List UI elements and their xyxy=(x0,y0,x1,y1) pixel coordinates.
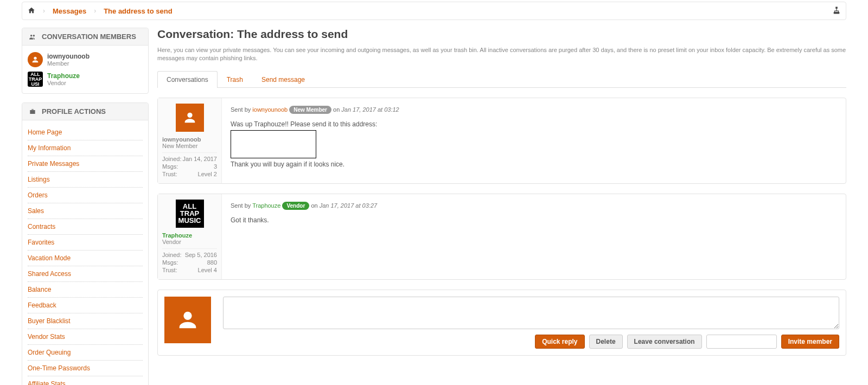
message-avatar xyxy=(176,104,204,132)
svg-rect-3 xyxy=(838,12,839,13)
tab-trash[interactable]: Trash xyxy=(218,71,252,88)
page-description: Here, you can view your private messages… xyxy=(157,46,846,63)
stat-msgs: 880 xyxy=(207,259,217,266)
member-row[interactable]: iownyounoobMember xyxy=(28,50,143,69)
profile-actions-title: PROFILE ACTIONS xyxy=(42,107,106,116)
redacted-block xyxy=(231,130,316,158)
profile-action-link[interactable]: Affiliate Stats xyxy=(28,376,143,385)
conversation-members-panel: CONVERSATION MEMBERS iownyounoobMemberAL… xyxy=(22,28,149,94)
tab-send[interactable]: Send message xyxy=(252,71,314,88)
profile-action-link[interactable]: Vendor Stats xyxy=(28,329,143,345)
profile-action-link[interactable]: Orders xyxy=(28,188,143,203)
sitemap-icon[interactable] xyxy=(833,7,840,16)
message-user-role: New Member xyxy=(162,143,217,153)
briefcase-icon xyxy=(28,108,37,116)
message-avatar: ALLTRAPMUSIC xyxy=(176,200,204,228)
message-user-role: Vendor xyxy=(162,239,217,249)
profile-action-link[interactable]: Shared Access xyxy=(28,266,143,282)
svg-rect-0 xyxy=(836,7,837,8)
message-sender[interactable]: Traphouze xyxy=(252,202,280,209)
profile-action-link[interactable]: Feedback xyxy=(28,298,143,313)
member-role: Member xyxy=(47,60,90,67)
sender-badge: Vendor xyxy=(282,202,309,210)
stat-trust: Level 4 xyxy=(198,267,217,273)
delete-button[interactable]: Delete xyxy=(589,335,623,349)
invite-button[interactable]: Invite member xyxy=(781,335,839,349)
users-icon xyxy=(28,33,37,41)
profile-action-link[interactable]: Contracts xyxy=(28,219,143,235)
breadcrumb-messages[interactable]: Messages xyxy=(53,7,86,15)
tab-conversations[interactable]: Conversations xyxy=(157,71,218,88)
profile-action-link[interactable]: Buyer Blacklist xyxy=(28,313,143,329)
stat-msgs: 3 xyxy=(214,163,217,170)
message-text: Was up Traphouze!! Please send it to thi… xyxy=(231,119,837,169)
reply-panel: Quick reply Delete Leave conversation In… xyxy=(157,290,846,356)
page-title: Conversation: The address to send xyxy=(157,28,846,41)
member-row[interactable]: ALLTRAPUSITraphouzeVendor xyxy=(28,69,143,89)
message-sender[interactable]: iownyounoob xyxy=(252,106,288,113)
avatar xyxy=(28,52,43,67)
profile-action-link[interactable]: Vacation Mode xyxy=(28,251,143,266)
message-meta: Sent by iownyounoob New Member on Jan 17… xyxy=(231,106,837,114)
chevron-right-icon: › xyxy=(43,7,45,15)
member-role: Vendor xyxy=(47,80,80,86)
profile-action-link[interactable]: Favorites xyxy=(28,235,143,251)
reply-avatar xyxy=(164,297,211,343)
stat-joined: Jan 14, 2017 xyxy=(182,156,217,162)
breadcrumb: › Messages › The address to send xyxy=(22,2,846,20)
message-card: ALLTRAPMUSICTraphouzeVendorJoined:Sep 5,… xyxy=(157,194,846,280)
reply-textarea[interactable] xyxy=(223,297,839,329)
leave-button[interactable]: Leave conversation xyxy=(627,335,702,349)
profile-action-link[interactable]: My Information xyxy=(28,140,143,156)
profile-action-link[interactable]: One-Time Passwords xyxy=(28,361,143,376)
profile-action-link[interactable]: Order Queuing xyxy=(28,345,143,361)
message-date: Jan 17, 2017 at 03:12 xyxy=(341,106,399,113)
invite-input[interactable] xyxy=(706,335,777,349)
profile-action-link[interactable]: Private Messages xyxy=(28,156,143,172)
profile-action-link[interactable]: Listings xyxy=(28,172,143,188)
quick-reply-button[interactable]: Quick reply xyxy=(535,335,584,349)
chevron-right-icon: › xyxy=(94,7,96,15)
message-meta: Sent by Traphouze Vendor on Jan 17, 2017… xyxy=(231,202,837,210)
profile-actions-panel: PROFILE ACTIONS Home PageMy InformationP… xyxy=(22,102,149,385)
message-user-panel: ALLTRAPMUSICTraphouzeVendorJoined:Sep 5,… xyxy=(158,194,222,279)
stat-trust: Level 2 xyxy=(198,171,217,177)
members-title: CONVERSATION MEMBERS xyxy=(42,33,136,41)
message-card: iownyounoobNew MemberJoined:Jan 14, 2017… xyxy=(157,98,846,184)
home-icon[interactable] xyxy=(28,7,35,16)
svg-rect-1 xyxy=(834,12,835,13)
message-date: Jan 17, 2017 at 03:27 xyxy=(320,202,377,209)
member-name[interactable]: Traphouze xyxy=(47,72,80,80)
member-name[interactable]: iownyounoob xyxy=(47,53,90,60)
sender-badge: New Member xyxy=(289,106,331,114)
tabs: Conversations Trash Send message xyxy=(157,70,846,88)
svg-rect-2 xyxy=(836,12,837,13)
avatar: ALLTRAPUSI xyxy=(28,72,43,87)
profile-action-link[interactable]: Balance xyxy=(28,282,143,298)
message-username[interactable]: iownyounoob xyxy=(162,136,217,143)
profile-action-link[interactable]: Home Page xyxy=(28,125,143,140)
message-user-panel: iownyounoobNew MemberJoined:Jan 14, 2017… xyxy=(158,98,222,183)
message-username[interactable]: Traphouze xyxy=(162,232,217,239)
stat-joined: Sep 5, 2016 xyxy=(185,252,217,258)
profile-action-link[interactable]: Sales xyxy=(28,203,143,219)
message-text: Got it thanks. xyxy=(231,215,837,225)
breadcrumb-current[interactable]: The address to send xyxy=(104,7,172,15)
